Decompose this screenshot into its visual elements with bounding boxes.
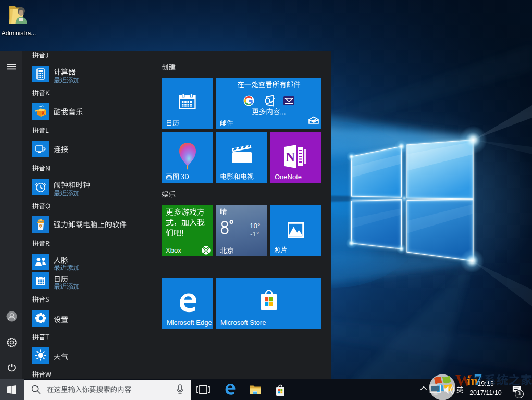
svg-text:K: K [41, 110, 45, 116]
svg-text:N: N [286, 150, 295, 164]
